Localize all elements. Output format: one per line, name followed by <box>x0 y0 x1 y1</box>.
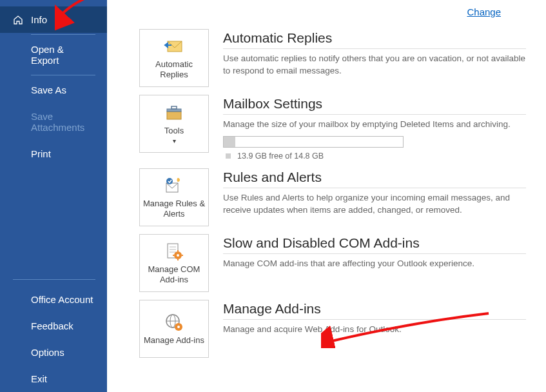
tile-label: Tools <box>164 126 184 136</box>
section-desc: Manage and acquire Web Add-ins for Outlo… <box>223 324 526 336</box>
svg-point-5 <box>166 178 173 184</box>
manage-addins-tile[interactable]: Manage Add-ins <box>139 300 209 358</box>
tile-label: Manage COM Add-ins <box>142 264 206 284</box>
section-separator <box>223 188 526 188</box>
home-icon <box>13 15 23 25</box>
sidebar-label: Save As <box>31 84 66 95</box>
file-backstage-sidebar: Info Open & Export Save As Save Attachme… <box>0 0 107 392</box>
manage-com-addins-tile[interactable]: Manage COM Add-ins <box>139 234 209 292</box>
svg-rect-1 <box>167 112 181 119</box>
info-panel: Change Automatic Replies Automatic Repli… <box>107 0 546 392</box>
section-title: Mailbox Settings <box>223 96 527 112</box>
section-desc: Manage the size of your mailbox by empty… <box>223 119 526 131</box>
section-separator <box>223 114 526 115</box>
section-separator <box>223 319 526 320</box>
storage-free-text: 13.9 GB free of 14.8 GB <box>223 152 404 161</box>
section-separator <box>223 253 526 254</box>
section-desc: Use automatic replies to notify others t… <box>223 53 526 77</box>
sidebar-label: Feedback <box>31 320 73 331</box>
tile-label: Manage Rules & Alerts <box>142 199 206 219</box>
section-desc: Manage COM add-ins that are affecting yo… <box>223 258 526 270</box>
sidebar-label: Options <box>31 347 64 358</box>
envelope-reply-icon <box>164 36 184 57</box>
sidebar-label: Save Attachments <box>31 111 84 133</box>
change-account-link[interactable]: Change <box>467 6 501 17</box>
tile-label: Manage Add-ins <box>144 335 204 346</box>
sidebar-item-open-export[interactable]: Open & Export <box>0 36 107 74</box>
tile-label: Automatic Replies <box>142 59 206 79</box>
sidebar-separator <box>31 34 95 35</box>
section-title: Manage Add-ins <box>223 301 527 317</box>
section-title: Rules and Alerts <box>223 170 527 185</box>
chevron-down-icon: ▾ <box>173 137 176 145</box>
sidebar-item-feedback[interactable]: Feedback <box>0 313 107 339</box>
sidebar-label: Office Account <box>31 294 93 305</box>
section-title: Automatic Replies <box>223 30 527 46</box>
sidebar-item-save-attachments: Save Attachments <box>0 103 107 141</box>
sidebar-item-print[interactable]: Print <box>0 141 107 167</box>
svg-point-11 <box>177 254 179 257</box>
page-gear-icon <box>164 241 184 262</box>
toolbox-icon <box>164 103 184 123</box>
sidebar-item-info[interactable]: Info <box>0 6 107 33</box>
section-title: Slow and Disabled COM Add-ins <box>223 235 527 251</box>
sidebar-label: Exit <box>31 373 47 384</box>
sidebar-label: Open & Export <box>31 44 64 66</box>
sidebar-separator <box>31 75 95 75</box>
sidebar-item-options[interactable]: Options <box>0 339 107 366</box>
sidebar-item-office-account[interactable]: Office Account <box>0 286 107 313</box>
svg-rect-3 <box>171 106 177 109</box>
sidebar-label: Print <box>31 148 51 159</box>
automatic-replies-tile[interactable]: Automatic Replies <box>139 29 209 87</box>
sidebar-label: Info <box>31 14 47 25</box>
sidebar-item-save-as[interactable]: Save As <box>0 77 107 103</box>
section-separator <box>223 48 526 49</box>
rules-alerts-icon <box>164 175 184 196</box>
mailbox-storage-bar: 13.9 GB free of 14.8 GB <box>223 136 404 161</box>
sidebar-separator <box>13 279 95 280</box>
tools-tile[interactable]: Tools ▾ <box>139 95 209 153</box>
manage-rules-alerts-tile[interactable]: Manage Rules & Alerts <box>139 168 209 226</box>
section-desc: Use Rules and Alerts to help organize yo… <box>223 192 526 217</box>
sidebar-item-exit[interactable]: Exit <box>0 366 107 392</box>
svg-point-20 <box>177 326 180 328</box>
globe-gear-icon <box>164 312 184 333</box>
